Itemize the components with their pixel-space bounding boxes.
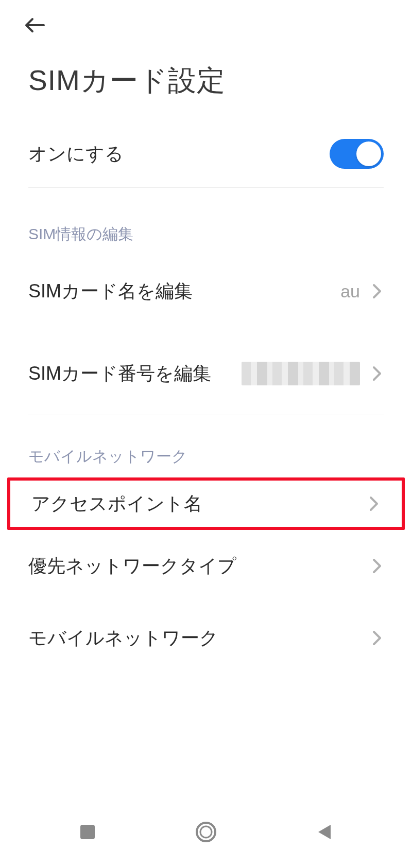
nav-home-button[interactable] (175, 817, 237, 847)
preferred-network-label: 優先ネットワークタイプ (28, 554, 236, 579)
edit-sim-number-label: SIMカード番号を編集 (28, 361, 211, 386)
edit-sim-number-value-redacted (242, 362, 360, 385)
enable-label: オンにする (28, 141, 124, 167)
apn-row[interactable]: アクセスポイント名 (10, 481, 402, 527)
svg-point-2 (200, 826, 212, 838)
mobile-network-row[interactable]: モバイルネットワーク (0, 602, 412, 674)
row-right (370, 631, 384, 645)
row-right (370, 559, 384, 573)
chevron-right-icon (370, 367, 384, 380)
nav-back-button[interactable] (294, 817, 355, 847)
nav-recent-button[interactable] (57, 817, 118, 847)
svg-rect-0 (80, 825, 95, 839)
row-right (367, 497, 381, 510)
edit-sim-name-row[interactable]: SIMカード名を編集 au (0, 250, 412, 332)
preferred-network-row[interactable]: 優先ネットワークタイプ (0, 530, 412, 602)
section-header-sim-info: SIM情報の編集 (0, 188, 412, 250)
row-right: au (340, 281, 384, 302)
navigation-bar (0, 796, 412, 868)
circle-icon (195, 821, 217, 843)
square-icon (79, 823, 96, 841)
apn-label: アクセスポイント名 (31, 491, 202, 517)
header-bar (0, 0, 412, 41)
apn-highlight-frame: アクセスポイント名 (7, 477, 405, 530)
page-title: SIMカード設定 (0, 41, 412, 120)
mobile-network-label: モバイルネットワーク (28, 626, 218, 651)
toggle-knob (356, 141, 381, 166)
chevron-right-icon (370, 559, 384, 573)
triangle-left-icon (315, 823, 334, 841)
svg-point-1 (197, 823, 215, 841)
arrow-left-icon (22, 13, 47, 38)
chevron-right-icon (370, 285, 384, 298)
chevron-right-icon (367, 497, 381, 510)
edit-sim-number-row[interactable]: SIMカード番号を編集 (0, 332, 412, 415)
row-right (242, 362, 384, 385)
edit-sim-name-label: SIMカード名を編集 (28, 279, 193, 304)
edit-sim-name-value: au (340, 281, 360, 302)
back-button[interactable] (21, 11, 48, 39)
chevron-right-icon (370, 631, 384, 645)
section-header-mobile-network: モバイルネットワーク (0, 415, 412, 477)
enable-row: オンにする (0, 120, 412, 187)
enable-toggle[interactable] (330, 139, 384, 169)
